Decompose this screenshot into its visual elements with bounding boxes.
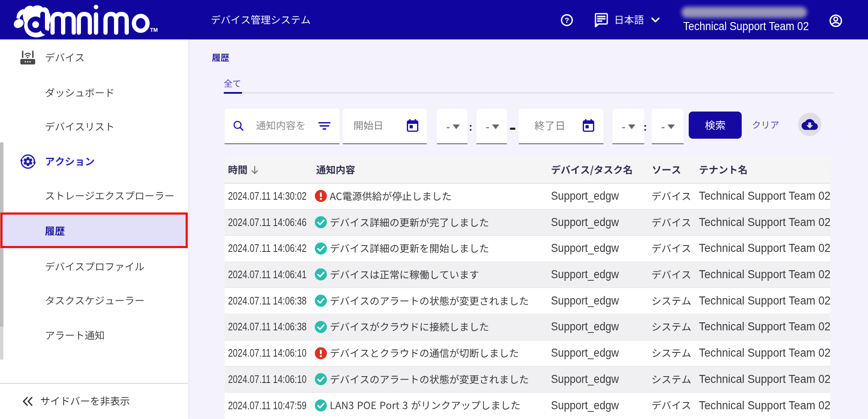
svg-text:TM: TM xyxy=(150,27,158,33)
svg-text:?: ? xyxy=(565,17,569,25)
